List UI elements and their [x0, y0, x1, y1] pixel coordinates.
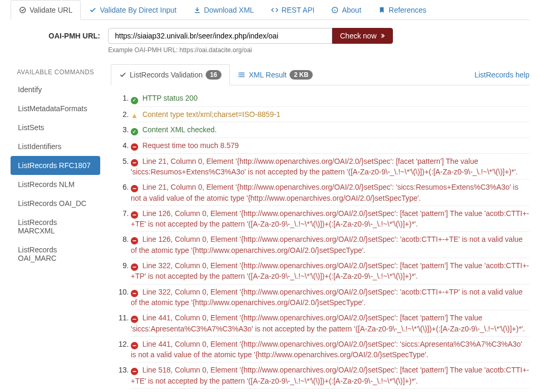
tab-download-xml[interactable]: Download XML [185, 0, 263, 20]
svg-rect-16 [133, 293, 136, 294]
button-label: Check now [340, 32, 377, 40]
sidebar-item-listmetadataformats[interactable]: ListMetadataFormats [11, 99, 100, 118]
validation-count-badge: 16 [206, 70, 221, 80]
tab-label: About [342, 6, 361, 14]
tab-about[interactable]: About [323, 0, 370, 20]
list-icon [238, 71, 246, 79]
tab-label: Validate By Direct Input [100, 6, 176, 14]
svg-rect-19 [133, 371, 136, 373]
svg-point-0 [20, 7, 26, 13]
tab-validation[interactable]: ListRecords Validation 16 [111, 64, 230, 85]
result-item: Line 441, Column 0, Element '{http://www… [131, 310, 529, 337]
sidebar-item-listrecords-oai-dc[interactable]: ListRecords OAI_DC [11, 194, 100, 213]
info-icon [331, 6, 339, 14]
result-text: Line 126, Column 0, Element '{http://www… [131, 209, 529, 228]
result-tabs: ListRecords Validation 16 XML Result 2 K… [111, 64, 529, 85]
svg-rect-13 [133, 214, 136, 215]
result-item: Line 322, Column 0, Element '{http://www… [131, 258, 529, 285]
result-text: Line 518, Column 0, Element '{http://www… [131, 366, 529, 385]
result-item: ✓ Content XML checked. [131, 122, 529, 139]
code-icon [271, 6, 278, 14]
minus-circle-icon [131, 185, 138, 192]
warning-icon: ▲ [131, 112, 138, 119]
check-circle-icon: ✓ [131, 97, 138, 104]
minus-circle-icon [131, 263, 138, 271]
svg-point-7 [239, 73, 239, 73]
check-icon [89, 6, 97, 14]
result-item: Line 322, Column 0, Element '{http://www… [131, 285, 529, 311]
download-icon [194, 6, 201, 14]
tab-label: Validate URL [30, 6, 72, 14]
minus-circle-icon [131, 159, 138, 166]
svg-rect-18 [133, 345, 136, 346]
result-item: Line 21, Column 0, Element '{http://www.… [131, 154, 529, 180]
sidebar-item-listidentifiers[interactable]: ListIdentifiers [11, 137, 100, 156]
result-text: ✓ Content XML checked. [131, 125, 217, 134]
sidebar-title: AVAILABLE COMMANDS [11, 64, 100, 80]
result-item: Line 518, Column 0, Element '{http://www… [131, 362, 529, 389]
check-circle-icon: ✓ [131, 128, 138, 135]
xml-size-badge: 2 KB [290, 70, 312, 80]
minus-circle-icon [131, 368, 138, 375]
result-text: ✓ HTTP status 200 [131, 94, 198, 102]
tab-validate-direct[interactable]: Validate By Direct Input [81, 0, 185, 20]
sidebar-item-identify[interactable]: Identify [11, 80, 100, 99]
minus-circle-icon [131, 290, 138, 297]
tab-label: Download XML [204, 6, 254, 14]
result-item: Line 126, Column 0, Element '{http://www… [131, 232, 529, 258]
tab-validate-url[interactable]: Validate URL [11, 0, 81, 20]
svg-rect-17 [133, 319, 136, 320]
result-item: Line 441, Column 0, Element '{http://www… [131, 337, 529, 363]
result-text: Line 441, Column 0, Element '{http://www… [131, 313, 525, 332]
svg-rect-10 [133, 147, 136, 148]
bookmark-icon [378, 6, 385, 14]
result-text: Line 322, Column 0, Element '{http://www… [131, 288, 523, 307]
tab-references[interactable]: References [370, 0, 435, 20]
sidebar-item-listrecords-rfc1807[interactable]: ListRecords RFC1807 [11, 156, 100, 175]
result-item: Line 126, Column 0, Element '{http://www… [131, 206, 529, 232]
target-icon [19, 6, 26, 14]
tab-xml-result[interactable]: XML Result 2 KB [230, 64, 321, 85]
svg-point-8 [239, 75, 239, 75]
tab-label: XML Result [249, 71, 287, 79]
svg-rect-14 [133, 241, 136, 242]
check-now-button[interactable]: Check now [332, 28, 393, 44]
sidebar-item-listrecords-oai-marc[interactable]: ListRecords OAI_MARC [11, 240, 100, 268]
tab-label: References [389, 6, 427, 14]
top-nav-tabs: Validate URL Validate By Direct Input Do… [11, 0, 529, 20]
svg-rect-11 [133, 162, 136, 163]
result-item: Line 518, Column 0, Element '{http://www… [131, 389, 529, 392]
tab-rest-api[interactable]: REST API [263, 0, 323, 20]
result-text: Request time too much 8.579 [131, 141, 239, 150]
minus-circle-icon [131, 237, 138, 244]
sidebar-item-listrecords-marcxml[interactable]: ListRecords MARCXML [11, 213, 100, 240]
result-text: Line 126, Column 0, Element '{http://www… [131, 235, 523, 254]
result-text: Line 322, Column 0, Element '{http://www… [131, 261, 529, 280]
validation-results: ✓ HTTP status 200▲ Content type text/xml… [111, 85, 529, 392]
minus-circle-icon [131, 211, 138, 219]
result-text: Line 21, Column 0, Element '{http://www.… [131, 157, 518, 176]
chevron-right-icon [380, 33, 385, 38]
result-text: Line 21, Column 0, Element '{http://www.… [131, 183, 518, 202]
result-item: ▲ Content type text/xml;charset=ISO-8859… [131, 107, 529, 122]
result-item: Request time too much 8.579 [131, 138, 529, 153]
url-help-text: Example OAI-PMH URL: https://oai.datacit… [108, 46, 529, 54]
sidebar-item-listsets[interactable]: ListSets [11, 118, 100, 137]
oai-url-input[interactable] [108, 28, 332, 44]
svg-point-9 [239, 76, 239, 77]
minus-circle-icon [131, 342, 138, 349]
svg-rect-12 [133, 188, 136, 189]
tab-label: ListRecords Validation [130, 71, 202, 79]
svg-rect-15 [133, 267, 136, 268]
url-label: OAI-PMH URL: [11, 28, 108, 40]
result-text: Line 441, Column 0, Element '{http://www… [131, 340, 522, 359]
sidebar-item-listrecords-nlm[interactable]: ListRecords NLM [11, 175, 100, 194]
minus-circle-icon [131, 143, 138, 151]
minus-circle-icon [131, 316, 138, 323]
result-text: ▲ Content type text/xml;charset=ISO-8859… [131, 110, 281, 119]
listrecords-help-link[interactable]: ListRecords help [475, 65, 529, 84]
tab-label: REST API [282, 6, 315, 14]
result-item: Line 21, Column 0, Element '{http://www.… [131, 180, 529, 206]
check-icon [119, 71, 127, 79]
commands-sidebar: AVAILABLE COMMANDS IdentifyListMetadataF… [11, 64, 100, 392]
